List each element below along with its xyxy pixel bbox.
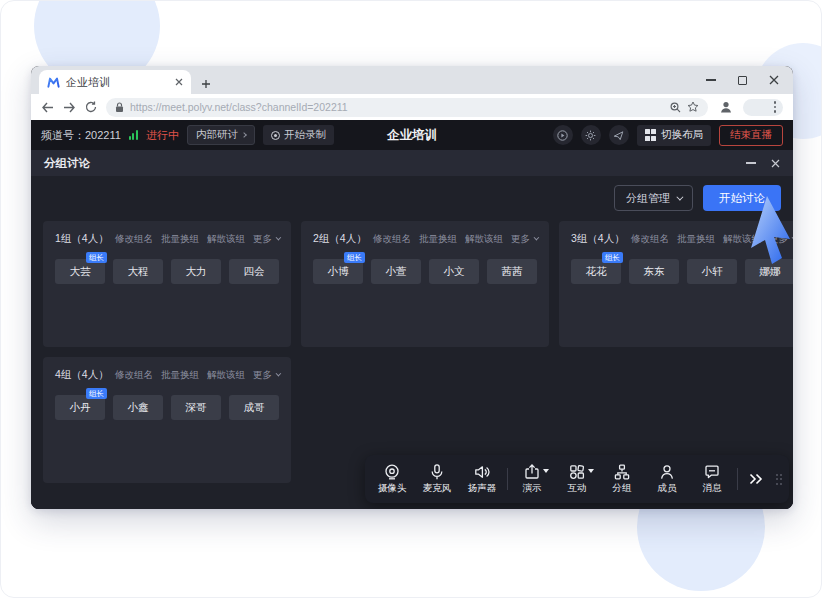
live-status-label: 进行中 [146, 128, 179, 143]
panel-title: 分组讨论 [44, 156, 90, 171]
speaker-button[interactable]: 扬声器 [460, 463, 505, 495]
profile-avatar[interactable] [717, 99, 734, 116]
member-chip[interactable]: 小博组长 [313, 259, 363, 284]
member-chip[interactable]: 小丹组长 [55, 395, 105, 420]
browser-menu-button[interactable] [743, 99, 783, 116]
window-maximize-icon[interactable] [738, 76, 747, 85]
camera-button[interactable]: 摄像头 [370, 463, 415, 495]
settings-gear-icon[interactable] [581, 125, 601, 145]
chat-bubble-icon [703, 463, 721, 481]
collapse-toolbar-button[interactable] [740, 472, 772, 486]
messages-button[interactable]: 消息 [690, 463, 735, 495]
new-tab-button[interactable] [201, 79, 211, 89]
group-card: 4组（4人） 修改组名 批量换组 解散该组 更多 小丹组长 小鑫 [43, 357, 291, 483]
group-title: 1组（4人） [55, 232, 109, 246]
share-pen-icon[interactable] [609, 125, 629, 145]
member-chip[interactable]: 深哥 [171, 395, 221, 420]
batch-move-link[interactable]: 批量换组 [419, 233, 457, 246]
meeting-title: 企业培训 [387, 127, 437, 144]
breakout-panel-body: 分组管理 开始讨论 1组（4人） 修改组名 批量换组 [31, 176, 793, 483]
switch-layout-button[interactable]: 切换布局 [637, 125, 712, 146]
grouping-button[interactable]: 分组 [600, 463, 645, 495]
start-discussion-button[interactable]: 开始讨论 [703, 185, 781, 211]
batch-move-link[interactable]: 批量换组 [677, 233, 715, 246]
more-link[interactable]: 更多 [511, 233, 537, 246]
reload-icon[interactable] [85, 101, 97, 113]
browser-tab[interactable]: 企业培训 [39, 70, 191, 94]
disband-group-link[interactable]: 解散该组 [207, 233, 245, 246]
leader-badge: 组长 [86, 388, 107, 399]
group-title: 4组（4人） [55, 368, 109, 382]
disband-group-link[interactable]: 解散该组 [465, 233, 503, 246]
tab-strip: 企业培训 [31, 66, 793, 94]
panel-minimize-icon[interactable] [746, 162, 756, 163]
window-minimize-icon[interactable] [706, 79, 716, 81]
member-chip[interactable]: 茜茜 [487, 259, 537, 284]
panel-close-icon[interactable] [771, 159, 780, 168]
member-chip[interactable]: 小轩 [687, 259, 737, 284]
member-chip[interactable]: 大芸组长 [55, 259, 105, 284]
forward-icon[interactable] [63, 102, 76, 113]
breakout-panel-header: 分组讨论 [31, 150, 793, 176]
disband-group-link[interactable]: 解散该组 [207, 369, 245, 382]
present-button[interactable]: 演示 [510, 463, 555, 495]
speaker-icon [473, 463, 491, 481]
leader-badge: 组长 [86, 252, 107, 263]
channel-number-label: 频道号：202211 [41, 128, 121, 143]
meeting-app: 频道号：202211 进行中 内部研讨 开始录制 企业培训 [31, 120, 793, 509]
address-bar[interactable]: https://meet.polyv.net/class?channelId=2… [106, 98, 708, 117]
more-link[interactable]: 更多 [769, 233, 793, 246]
leader-badge: 组长 [344, 252, 365, 263]
members-button[interactable]: 成员 [645, 463, 690, 495]
zoom-icon[interactable] [670, 102, 681, 113]
member-chip[interactable]: 成哥 [229, 395, 279, 420]
chevron-down-icon [676, 193, 683, 200]
batch-move-link[interactable]: 批量换组 [161, 233, 199, 246]
playback-icon[interactable] [553, 125, 573, 145]
dropdown-triangle-icon [588, 469, 594, 473]
bottom-toolbar: 摄像头 麦克风 扬声器 [365, 455, 790, 503]
member-chip[interactable]: 大程 [113, 259, 163, 284]
more-link[interactable]: 更多 [253, 233, 279, 246]
member-chip[interactable]: 娜娜 [745, 259, 793, 284]
webcam-icon [383, 463, 401, 481]
interaction-button[interactable]: 互动 [555, 463, 600, 495]
member-chip[interactable]: 小萱 [371, 259, 421, 284]
member-chip[interactable]: 大力 [171, 259, 221, 284]
lock-icon [115, 102, 124, 113]
member-chip[interactable]: 东东 [629, 259, 679, 284]
meeting-top-bar: 频道号：202211 进行中 内部研讨 开始录制 企业培训 [31, 120, 793, 150]
record-icon [271, 131, 280, 140]
member-chip[interactable]: 小鑫 [113, 395, 163, 420]
rename-group-link[interactable]: 修改组名 [631, 233, 669, 246]
member-chip[interactable]: 花花组长 [571, 259, 621, 284]
chevron-down-icon [276, 235, 282, 241]
group-title: 2组（4人） [313, 232, 367, 246]
more-link[interactable]: 更多 [253, 369, 279, 382]
end-live-button[interactable]: 结束直播 [719, 125, 783, 146]
disband-group-link[interactable]: 解散该组 [723, 233, 761, 246]
drag-handle-icon[interactable] [776, 474, 783, 485]
chevron-down-icon [534, 235, 540, 241]
group-title: 3组（4人） [571, 232, 625, 246]
org-chart-icon [613, 463, 631, 481]
chevron-down-icon [792, 235, 793, 241]
rename-group-link[interactable]: 修改组名 [115, 233, 153, 246]
member-chip[interactable]: 四会 [229, 259, 279, 284]
seminar-mode-button[interactable]: 内部研讨 [187, 125, 255, 145]
window-close-icon[interactable] [769, 75, 779, 85]
chevron-right-icon [241, 132, 247, 138]
group-manage-button[interactable]: 分组管理 [614, 185, 693, 211]
group-grid: 1组（4人） 修改组名 批量换组 解散该组 更多 大芸组长 大程 [43, 221, 781, 483]
browser-window: 企业培训 [31, 66, 793, 509]
microphone-button[interactable]: 麦克风 [415, 463, 460, 495]
bookmark-star-icon[interactable] [687, 101, 699, 113]
tab-close-icon[interactable] [175, 78, 183, 86]
rename-group-link[interactable]: 修改组名 [115, 369, 153, 382]
group-card: 2组（4人） 修改组名 批量换组 解散该组 更多 小博组长 小萱 [301, 221, 549, 347]
back-icon[interactable] [41, 102, 54, 113]
member-chip[interactable]: 小文 [429, 259, 479, 284]
rename-group-link[interactable]: 修改组名 [373, 233, 411, 246]
batch-move-link[interactable]: 批量换组 [161, 369, 199, 382]
start-record-button[interactable]: 开始录制 [263, 125, 334, 145]
